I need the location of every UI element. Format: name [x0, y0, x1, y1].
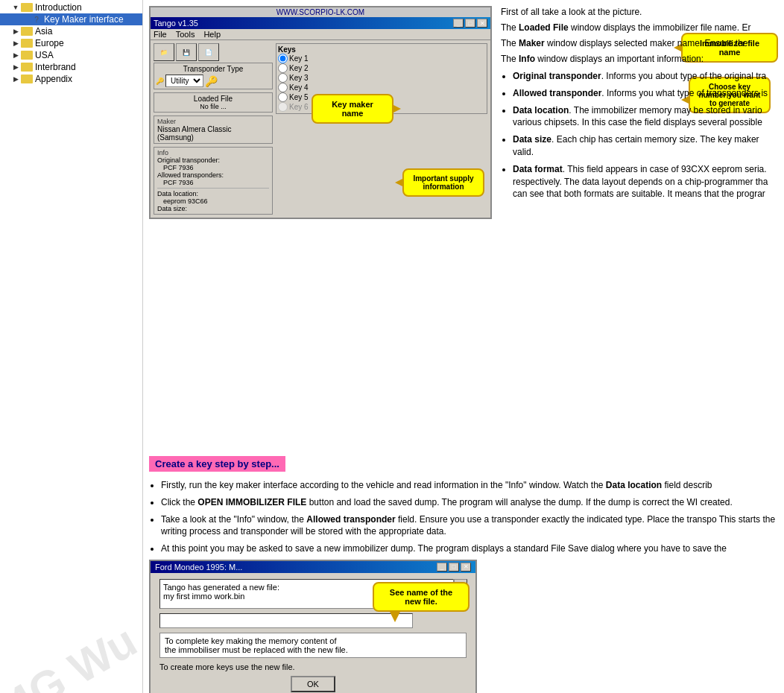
info-box: Info Original transponder: PCF 7936 Allo… [154, 147, 273, 215]
ford-ok-container: OK [159, 676, 467, 692]
key1-radio[interactable]: Key 1 [278, 54, 485, 63]
original-transponder-value: PCF 7936 [157, 164, 269, 171]
para-4: The Info window displays an important in… [501, 52, 781, 66]
info-bullets: Original transponder. Informs you about … [513, 70, 781, 200]
transponder-image: 🔑 [205, 75, 218, 87]
expand-icon: ▶ [10, 74, 21, 84]
toolbar-btn-2[interactable]: 💾 [176, 43, 197, 61]
tango-right-panel: Keys Key 1 Key 2 Key 3 Key 4 Key 5 Key 6 [276, 43, 487, 215]
sidebar-item-key-maker[interactable]: ? Key Maker interface [0, 13, 142, 25]
info-label: Info [157, 149, 269, 156]
step-2: Click the OPEN IMMOBILIZER FILE button a… [161, 496, 778, 509]
sidebar-item-label: Europe [35, 38, 64, 48]
para-2: The Loaded File window displays the immo… [501, 21, 781, 34]
folder-icon [21, 63, 33, 72]
bullet-data-size: Data size. Each chip has certain memory … [513, 133, 781, 159]
tango-title: Tango v1.35 [154, 19, 198, 28]
sidebar-item-interbrand[interactable]: ▶ Interbrand [0, 61, 142, 73]
allowed-transponders-value: PCF 7936 [157, 179, 269, 186]
ford-message-area: Tango has generated a new file: my first… [159, 579, 467, 609]
expand-icon: ▶ [10, 38, 21, 48]
folder-icon [21, 3, 33, 12]
key3-radio[interactable]: Key 3 [278, 73, 485, 83]
sidebar-item-introduction[interactable]: ▼ Introduction [0, 1, 142, 13]
info-link: Info [519, 54, 535, 64]
minimize-button[interactable]: _ [453, 19, 464, 28]
sidebar-item-label: Appendix [35, 74, 72, 84]
ford-content: Tango has generated a new file: my first… [151, 573, 475, 693]
tango-toolbar: 📁 💾 📄 [154, 43, 273, 61]
maker-link: Maker [519, 38, 545, 48]
close-button[interactable]: ✕ [477, 19, 487, 28]
sidebar-item-appendix[interactable]: ▶ Appendix [0, 73, 142, 85]
toolbar-btn-1[interactable]: 📁 [154, 43, 174, 61]
bullet-data-location: Data location. The immobilizer memory ma… [513, 104, 781, 130]
loaded-file-label: Loaded File [156, 95, 271, 103]
ford-message-text: Tango has generated a new file: my first… [159, 579, 467, 609]
scrollbar-track [454, 591, 467, 597]
ford-maximize-btn[interactable]: □ [449, 563, 459, 572]
transponder-icon: 🔑 [156, 77, 164, 85]
menu-help[interactable]: Help [203, 30, 221, 39]
steps-list: Firstly, run the key maker interface acc… [161, 479, 778, 555]
loaded-file-box: Loaded File No file ... [154, 92, 273, 113]
ford-scrollbar: ▲ ▼ [453, 579, 467, 609]
sidebar-item-europe[interactable]: ▶ Europe [0, 37, 142, 49]
key4-radio[interactable]: Key 4 [278, 83, 485, 92]
menu-file[interactable]: File [154, 30, 167, 39]
data-size-label: Data size: [157, 205, 269, 212]
loaded-file-link: Loaded File [519, 22, 569, 33]
tango-window-buttons: _ □ ✕ [453, 19, 487, 28]
ford-minimize-btn[interactable]: _ [437, 563, 447, 572]
para-1: First of all take a look at the picture. [501, 5, 781, 19]
tango-titlebar: Tango v1.35 _ □ ✕ [151, 17, 490, 29]
tango-screen: WWW.SCORPIO-LK.COM Tango v1.35 _ □ ✕ Fil… [149, 6, 492, 219]
scrollbar-up-btn[interactable]: ▲ [454, 579, 467, 591]
maker-value: Nissan Almera Classic (Samsung) [157, 125, 269, 142]
transponder-type-box: Transponder Type 🔑 Utility 🔑 [154, 63, 273, 89]
key6-radio[interactable]: Key 6 [278, 102, 485, 112]
key5-radio[interactable]: Key 5 [278, 92, 485, 102]
maker-box: Maker Nissan Almera Classic (Samsung) [154, 116, 273, 144]
ford-titlebar: Ford Mondeo 1995: M... _ □ ✕ [151, 561, 475, 573]
tango-url: WWW.SCORPIO-LK.COM [151, 7, 490, 17]
sidebar-item-usa[interactable]: ▶ USA [0, 49, 142, 61]
key2-radio[interactable]: Key 2 [278, 63, 485, 73]
sidebar-item-label: Asia [35, 26, 52, 37]
transponder-select[interactable]: Utility [165, 75, 203, 87]
menu-tools[interactable]: Tools [176, 30, 195, 39]
folder-icon [21, 75, 33, 83]
ford-close-btn[interactable]: ✕ [461, 563, 471, 572]
tango-content: 📁 💾 📄 Transponder Type 🔑 Utility [151, 40, 490, 218]
tango-menubar: File Tools Help [151, 29, 490, 40]
ford-warning-box: To complete key making the memory conten… [159, 633, 467, 658]
maximize-button[interactable]: □ [465, 19, 475, 28]
doc-icon: ? [31, 14, 42, 25]
maker-label: Maker [157, 118, 269, 125]
original-transponder-label: Original transponder: [157, 156, 269, 164]
expand-icon: ▶ [10, 62, 21, 72]
sidebar-item-asia[interactable]: ▶ Asia [0, 25, 142, 37]
ford-ok-button[interactable]: OK [291, 676, 335, 692]
ford-filename-input[interactable] [159, 613, 413, 628]
expand-icon: ▶ [10, 50, 21, 60]
data-location-label: Data location: [157, 190, 269, 197]
folder-icon [21, 51, 33, 60]
right-text-panel: First of all take a look at the picture.… [498, 0, 784, 208]
para-3: The Maker window displays selected maker… [501, 37, 781, 50]
folder-icon [21, 27, 33, 36]
scrollbar-down-btn[interactable]: ▼ [454, 597, 467, 609]
bullet-data-format: Data format. This field appears in case … [513, 163, 781, 200]
sidebar-item-label: USA [35, 50, 54, 60]
bullet-allowed: Allowed transponder. Informs you what ty… [513, 87, 781, 100]
bullet-original: Original transponder. Informs you about … [513, 70, 781, 83]
keys-box: Keys Key 1 Key 2 Key 3 Key 4 Key 5 Key 6 [276, 43, 487, 114]
tango-left-panel: 📁 💾 📄 Transponder Type 🔑 Utility [154, 43, 273, 215]
sidebar-item-label: Key Maker interface [44, 14, 124, 25]
step-4: At this point you may be asked to save a… [161, 542, 778, 555]
sidebar-watermark: 4G Wu [0, 615, 143, 693]
toolbar-btn-3[interactable]: 📄 [198, 43, 219, 61]
sidebar-item-label: Interbrand [35, 62, 76, 72]
sidebar: ▼ Introduction ? Key Maker interface ▶ A… [0, 0, 143, 693]
ford-info-text: To create more keys use the new file. [159, 662, 467, 671]
